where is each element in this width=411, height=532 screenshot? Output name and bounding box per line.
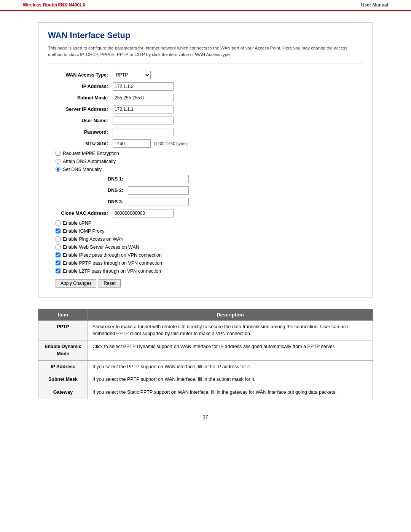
- dns3-input[interactable]: [128, 198, 189, 206]
- subnet-mask-row: Subnet Mask:: [48, 94, 363, 102]
- table-row: PPTPAllow user to make a tunnel with rem…: [38, 320, 373, 340]
- attain-dns-label: Attain DNS Automatically: [63, 159, 116, 164]
- table-cell-description: If you select the PPTP support on WAN in…: [88, 373, 373, 386]
- mppe-checkbox[interactable]: [56, 151, 61, 156]
- dns2-label: DNS 2:: [63, 188, 128, 193]
- upnp-row: Enable uPNP: [48, 220, 363, 226]
- dns3-label: DNS 3:: [63, 199, 128, 204]
- username-row: User Name:: [48, 117, 363, 125]
- table-cell-item: Gateway: [38, 386, 88, 399]
- header-left: Wireless RouterRNX-N400LX: [23, 2, 86, 8]
- table-cell-item: Subnet Mask: [38, 373, 88, 386]
- dns1-input[interactable]: [128, 175, 189, 183]
- header-prefix: Wireless Router: [23, 2, 57, 8]
- password-label: Password:: [48, 129, 113, 135]
- table-row: Enable Dynamic ModeClick to select PPTP …: [38, 340, 373, 361]
- wan-access-type-label: WAN Access Type:: [48, 72, 113, 78]
- clone-mac-input[interactable]: [113, 209, 174, 217]
- l2tp-checkbox[interactable]: [56, 268, 61, 273]
- server-ip-input[interactable]: [113, 105, 174, 113]
- set-dns-row: Set DNS Manually: [48, 167, 363, 172]
- pptp-pass-row: Enable PPTP pass through on VPN connecti…: [48, 260, 363, 266]
- server-ip-row: Server IP Address:: [48, 105, 363, 113]
- table-row: GatewayIf you select the Static PPTP sup…: [38, 386, 373, 399]
- ipsec-row: Enable IPsec pass through on VPN connect…: [48, 252, 363, 258]
- table-row: Subnet MaskIf you select the PPTP suppor…: [38, 373, 373, 386]
- web-server-label: Enable Web Server Access on WAN: [63, 244, 139, 250]
- pptp-pass-label: Enable PPTP pass through on VPN connecti…: [63, 260, 162, 266]
- wan-title: WAN Interface Setup: [48, 30, 363, 40]
- table-cell-description: If you select the Static PPTP support on…: [88, 386, 373, 399]
- mtu-input[interactable]: [113, 139, 151, 148]
- mtu-label: MTU Size:: [48, 141, 113, 146]
- description-table: Item Description PPTPAllow user to make …: [38, 309, 373, 399]
- set-dns-label: Set DNS Manually: [63, 167, 102, 172]
- ping-label: Enable Ping Access on WAN: [63, 236, 124, 242]
- mppe-label: Request MPPE Encryption: [63, 151, 119, 156]
- upnp-label: Enable uPNP: [63, 220, 91, 226]
- subnet-mask-input[interactable]: [113, 94, 174, 102]
- dns1-label: DNS 1:: [63, 176, 128, 182]
- ip-address-label: IP Address:: [48, 84, 113, 89]
- dns2-row: DNS 2:: [48, 186, 363, 195]
- password-input[interactable]: [113, 128, 174, 136]
- password-row: Password:: [48, 128, 363, 136]
- header-right: User Manual: [361, 2, 388, 8]
- wan-access-type-row: WAN Access Type: PPTP: [48, 71, 363, 79]
- mtu-row: MTU Size: (1400-1460 bytes): [48, 139, 363, 148]
- clone-mac-row: Clone MAC Address:: [48, 209, 363, 217]
- username-input[interactable]: [113, 117, 174, 125]
- button-row: Apply Changes Reset: [48, 279, 363, 288]
- web-server-row: Enable Web Server Access on WAN: [48, 244, 363, 250]
- header-model: RNX-N400LX: [57, 2, 85, 8]
- igmp-label: Enable IGMP Proxy: [63, 228, 105, 234]
- table-cell-description: Allow user to make a tunnel with remote …: [88, 320, 373, 340]
- igmp-row: Enable IGMP Proxy: [48, 228, 363, 234]
- ping-row: Enable Ping Access on WAN: [48, 236, 363, 242]
- server-ip-label: Server IP Address:: [48, 107, 113, 112]
- ip-address-input[interactable]: [113, 82, 174, 91]
- clone-mac-label: Clone MAC Address:: [48, 211, 113, 216]
- dns2-input[interactable]: [128, 186, 189, 195]
- table-cell-item: PPTP: [38, 320, 88, 340]
- wan-access-type-select[interactable]: PPTP: [113, 71, 151, 79]
- subnet-mask-label: Subnet Mask:: [48, 95, 113, 101]
- l2tp-label: Enable L2TP pass through on VPN connecti…: [63, 268, 161, 274]
- reset-button[interactable]: Reset: [99, 279, 120, 288]
- web-server-checkbox[interactable]: [56, 244, 61, 249]
- ipsec-label: Enable IPsec pass through on VPN connect…: [63, 252, 162, 258]
- ip-address-row: IP Address:: [48, 82, 363, 91]
- pptp-pass-checkbox[interactable]: [56, 260, 61, 265]
- table-cell-description: If you select the PPTP support on WAN in…: [88, 360, 373, 373]
- mtu-hint: (1400-1460 bytes): [154, 141, 188, 146]
- set-dns-radio[interactable]: [56, 167, 61, 172]
- page-header: Wireless RouterRNX-N400LX User Manual: [0, 0, 411, 11]
- attain-dns-radio[interactable]: [56, 159, 61, 164]
- page-content: WAN Interface Setup This page is used to…: [0, 11, 411, 439]
- attain-dns-row: Attain DNS Automatically: [48, 159, 363, 164]
- dns1-row: DNS 1:: [48, 175, 363, 183]
- table-row: IP AddressIf you select the PPTP support…: [38, 360, 373, 373]
- l2tp-row: Enable L2TP pass through on VPN connecti…: [48, 268, 363, 274]
- username-label: User Name:: [48, 118, 113, 123]
- page-number: 37: [38, 411, 373, 427]
- table-cell-item: Enable Dynamic Mode: [38, 340, 88, 361]
- apply-changes-button[interactable]: Apply Changes: [56, 279, 96, 288]
- table-header-description: Description: [88, 309, 373, 320]
- ipsec-checkbox[interactable]: [56, 252, 61, 257]
- ping-checkbox[interactable]: [56, 236, 61, 241]
- mppe-row: Request MPPE Encryption: [48, 151, 363, 156]
- igmp-checkbox[interactable]: [56, 228, 61, 233]
- wan-interface-box: WAN Interface Setup This page is used to…: [38, 22, 373, 297]
- table-header-item: Item: [38, 309, 88, 320]
- dns3-row: DNS 3:: [48, 198, 363, 206]
- table-cell-description: Click to select PPTP Dynamic support on …: [88, 340, 373, 361]
- upnp-checkbox[interactable]: [56, 220, 61, 225]
- wan-description: This page is used to configure the param…: [48, 45, 363, 64]
- table-cell-item: IP Address: [38, 360, 88, 373]
